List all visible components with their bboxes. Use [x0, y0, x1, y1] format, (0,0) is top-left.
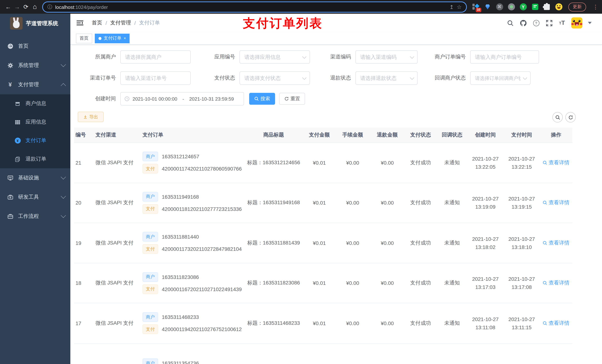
extension-gem-icon[interactable]: [484, 3, 491, 10]
date-start: 2021-10-01 00:00:00: [133, 96, 177, 102]
emoji-face: [555, 3, 562, 10]
sidebar-item-label: 支付订单: [26, 137, 65, 144]
sidebar-menu: 首页 系统管理 ¥ 支付管理: [0, 37, 70, 226]
extension-tabs-icon[interactable]: 10: [472, 3, 479, 10]
tab-label: 首页: [80, 35, 88, 42]
sidebar-item-label: 首页: [18, 43, 65, 50]
cell-status: 支付成功: [404, 199, 437, 206]
chrome-menu-kebab-icon[interactable]: ⋮: [593, 3, 598, 10]
bookmark-star-icon[interactable]: ☆: [457, 3, 462, 10]
cell-refund: ¥0.00: [370, 200, 404, 206]
table-row: 18 微信 JSAPI 支付 商户1635311823086 支付4200001…: [74, 263, 572, 303]
view-detail-link[interactable]: 查看详情: [543, 159, 570, 166]
merchant-order-no-input[interactable]: [470, 50, 539, 64]
app-title: 芋道管理系统: [26, 20, 58, 27]
cell-order: 商户1635311881440 支付4200001173202110272847…: [140, 229, 244, 257]
filter-label: 商户订单编号: [421, 54, 466, 60]
close-icon[interactable]: ×: [124, 36, 126, 40]
help-icon[interactable]: ?: [532, 19, 540, 27]
font-size-icon[interactable]: TT: [558, 19, 566, 27]
chrome-update-button[interactable]: 更新: [568, 2, 586, 11]
extension-command-icon[interactable]: ⌘: [496, 3, 503, 10]
cell-amount: ¥0.01: [304, 320, 335, 326]
sidebar-item-home[interactable]: 首页: [0, 37, 70, 56]
sidebar-item-refund-order[interactable]: 退款订单: [0, 150, 70, 168]
merchant-input[interactable]: [120, 50, 191, 64]
table-row: 17 微信 JSAPI 支付 商户1635311468233 支付4200001…: [74, 303, 572, 343]
channel-code-select[interactable]: [355, 50, 418, 64]
extensions-puzzle-icon[interactable]: [543, 3, 550, 10]
search-button[interactable]: 搜索: [249, 93, 275, 105]
url-bar[interactable]: ⓘ localhost:1024/pay/order ↥ ☆: [42, 1, 467, 12]
sidebar-item-app-info[interactable]: 应用信息: [0, 113, 70, 131]
pay-status-select[interactable]: [239, 71, 310, 85]
url-host: localhost: [55, 4, 74, 10]
reload-icon[interactable]: ⟳: [22, 2, 30, 11]
breadcrumb-home[interactable]: 首页: [92, 20, 102, 26]
view-detail-link[interactable]: 查看详情: [543, 280, 570, 287]
back-icon[interactable]: ←: [4, 2, 13, 11]
share-icon[interactable]: ↥: [450, 4, 454, 10]
forward-icon[interactable]: →: [13, 2, 22, 11]
cell-actions: 查看详情: [540, 280, 572, 287]
tab-label: 支付订单: [104, 35, 121, 42]
date-range-picker[interactable]: 2021-10-01 00:00:00 - 2021-10-31 23:59:5…: [120, 92, 244, 105]
cell-amount: ¥0.01: [304, 160, 335, 166]
callback-status-select[interactable]: [470, 71, 531, 85]
profile-emoji-avatar[interactable]: [555, 3, 562, 10]
col-header: 编号: [74, 132, 93, 138]
filter-callback-status: 回调商户状态: [421, 71, 531, 85]
dashboard-icon: [7, 43, 13, 49]
cell-id: 18: [74, 280, 93, 286]
sidebar-item-payment[interactable]: ¥ 支付管理: [0, 75, 70, 94]
filter-merchant: 所属商户: [71, 50, 191, 64]
avatar[interactable]: [571, 17, 582, 29]
reset-button[interactable]: 重置: [279, 93, 305, 105]
search-icon[interactable]: [506, 19, 514, 27]
sidebar-item-merchant-info[interactable]: 商户信息: [0, 94, 70, 113]
payment-submenu: 商户信息 应用信息 ¥ 支付订单: [0, 94, 70, 168]
sidebar-item-pay-order[interactable]: ¥ 支付订单: [0, 131, 70, 150]
filter-label: 退款状态: [307, 75, 351, 81]
breadcrumb-separator: /: [106, 20, 107, 26]
cell-create-time: 2021-10-2713:18:02: [467, 235, 504, 251]
extension-record-icon[interactable]: [508, 3, 515, 10]
sidebar-item-system[interactable]: 系统管理: [0, 56, 70, 75]
sidebar-item-devtools[interactable]: 研发工具: [0, 187, 70, 207]
sidebar-item-label: 应用信息: [26, 119, 65, 125]
channel-order-no-input[interactable]: [120, 71, 191, 85]
hamburger-icon[interactable]: [76, 19, 84, 27]
merchant-tag: 商户: [142, 272, 158, 282]
tab-pay-order[interactable]: 支付订单 ×: [95, 33, 130, 43]
view-detail-link[interactable]: 查看详情: [543, 240, 570, 246]
sidebar-item-infrastructure[interactable]: 基础设施: [0, 168, 70, 187]
cell-title: 标题：1635311823086: [244, 280, 304, 287]
extension-y-icon[interactable]: Y: [519, 3, 527, 10]
app-logo[interactable]: 芋道管理系统: [0, 14, 70, 31]
toggle-search-button[interactable]: [552, 112, 563, 123]
breadcrumb-current: 支付订单: [139, 20, 160, 26]
cell-title: 标题：1635311949168: [244, 199, 304, 206]
home-icon[interactable]: ⌂: [30, 2, 39, 11]
view-detail-link[interactable]: 查看详情: [543, 199, 570, 206]
fullscreen-icon[interactable]: [545, 19, 553, 27]
view-detail-link[interactable]: 查看详情: [543, 320, 570, 327]
cell-id: 19: [74, 240, 93, 246]
cell-fee: ¥0.00: [335, 280, 370, 286]
breadcrumb-pay-manage[interactable]: 支付管理: [110, 20, 131, 26]
tab-home[interactable]: 首页: [76, 33, 92, 43]
search-button-label: 搜索: [260, 95, 270, 102]
github-icon[interactable]: [519, 19, 527, 27]
site-info-icon[interactable]: ⓘ: [47, 3, 52, 10]
top-navbar: 首页 / 支付管理 / 支付订单 ?: [70, 14, 602, 32]
sidebar-item-workflow[interactable]: 工作流程: [0, 207, 70, 226]
caret-down-icon[interactable]: [588, 22, 592, 24]
export-button[interactable]: 导出: [78, 112, 104, 122]
app-select[interactable]: [239, 50, 310, 64]
gear-icon: [7, 62, 13, 68]
sidebar-item-label: 退款订单: [26, 156, 65, 162]
refund-status-select[interactable]: [355, 71, 418, 85]
refresh-table-button[interactable]: [565, 112, 576, 123]
extension-chat-icon[interactable]: [531, 3, 539, 10]
merchant-tag: 商户: [142, 232, 158, 242]
